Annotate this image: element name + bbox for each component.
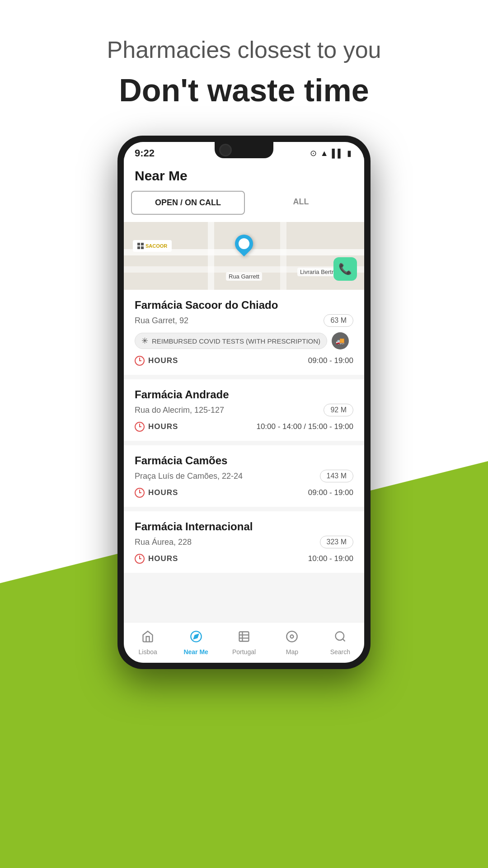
location-icon: ⊙ <box>310 148 317 158</box>
pharmacy-hours-label-0: HOURS <box>135 356 178 366</box>
nav-item-lisboa[interactable]: Lisboa <box>124 630 172 656</box>
filter-tab-open[interactable]: OPEN / ON CALL <box>131 191 245 215</box>
clock-icon-0 <box>135 356 145 366</box>
svg-rect-2 <box>239 632 249 641</box>
bottom-navigation: Lisboa Near Me <box>124 622 364 663</box>
pharmacy-hours-row-2: HOURS 09:00 - 19:00 <box>135 488 353 498</box>
phone-camera <box>219 144 232 156</box>
map-location-pin <box>235 235 253 253</box>
promo-text-area: Pharmacies closest to you Don't waste ti… <box>0 0 488 136</box>
phone-frame: 9:22 ⊙ ▲ ▌▌ ▮ Near Me OPEN / ON CALL ALL <box>117 136 371 669</box>
promo-title: Don't waste time <box>0 72 488 108</box>
pharmacy-badge-row-0: ✳ REIMBURSED COVID TESTS (WITH PRESCRIPT… <box>135 332 353 349</box>
svg-line-9 <box>343 639 345 641</box>
pharmacy-hours-label-2: HOURS <box>135 488 178 498</box>
pharmacy-name-2: Farmácia Camões <box>135 454 353 467</box>
app-header-title: Near Me <box>135 168 353 184</box>
map-background: SACOOR Rua Garrett Livraria Bertrand 📞 <box>124 222 364 290</box>
pharmacy-hours-row-0: HOURS 09:00 - 19:00 <box>135 356 353 366</box>
filter-tab-all[interactable]: ALL <box>245 191 357 215</box>
clock-icon-1 <box>135 422 145 432</box>
filter-tabs: OPEN / ON CALL ALL <box>124 191 364 222</box>
nav-item-portugal[interactable]: Portugal <box>220 630 268 656</box>
pharmacy-address-0: Rua Garret, 92 <box>135 316 188 326</box>
pharmacy-hours-row-3: HOURS 10:00 - 19:00 <box>135 554 353 564</box>
pharmacy-card-1[interactable]: Farmácia Andrade Rua do Alecrim, 125-127… <box>124 379 364 441</box>
map-street-label: Rua Garrett <box>226 272 262 281</box>
app-header: Near Me <box>124 165 364 191</box>
battery-icon: ▮ <box>347 148 352 158</box>
pharmacy-hours-label-3: HOURS <box>135 554 178 564</box>
pharmacy-card-3[interactable]: Farmácia Internacional Rua Áurea, 228 32… <box>124 511 364 573</box>
status-time: 9:22 <box>135 147 155 159</box>
nav-label-map: Map <box>286 648 298 656</box>
phone-screen: 9:22 ⊙ ▲ ▌▌ ▮ Near Me OPEN / ON CALL ALL <box>124 142 364 663</box>
virus-icon: ✳ <box>141 336 148 346</box>
clock-icon-3 <box>135 554 145 564</box>
nav-item-search[interactable]: Search <box>316 630 364 656</box>
pharmacy-distance-1: 92 M <box>324 404 353 416</box>
pharmacy-list: Farmácia Sacoor do Chiado Rua Garret, 92… <box>124 290 364 622</box>
pharmacy-hours-time-0: 09:00 - 19:00 <box>308 356 353 365</box>
svg-point-8 <box>335 632 344 640</box>
nav-item-near-me[interactable]: Near Me <box>172 630 220 656</box>
pharmacy-badge-text-0: REIMBURSED COVID TESTS (WITH PRESCRIPTIO… <box>152 337 320 345</box>
nav-label-lisboa: Lisboa <box>139 648 157 656</box>
pharmacy-card-2[interactable]: Farmácia Camões Praça Luís de Camões, 22… <box>124 445 364 507</box>
promo-subtitle: Pharmacies closest to you <box>0 36 488 63</box>
home-icon <box>141 630 154 646</box>
nav-item-map[interactable]: Map <box>268 630 316 656</box>
pharmacy-address-2: Praça Luís de Camões, 22-24 <box>135 472 243 481</box>
pharmacy-hours-time-1: 10:00 - 14:00 / 15:00 - 19:00 <box>256 422 353 431</box>
pharmacy-hours-row-1: HOURS 10:00 - 14:00 / 15:00 - 19:00 <box>135 422 353 432</box>
pharmacy-address-row-2: Praça Luís de Camões, 22-24 143 M <box>135 470 353 482</box>
pharmacy-address-row-1: Rua do Alecrim, 125-127 92 M <box>135 404 353 416</box>
map-pharmacy-logo: SACOOR <box>133 240 172 252</box>
map-phone-button[interactable]: 📞 <box>333 257 357 281</box>
pharmacy-hours-label-1: HOURS <box>135 422 178 432</box>
svg-point-7 <box>291 635 294 638</box>
pharmacy-hours-time-2: 09:00 - 19:00 <box>308 488 353 497</box>
pharmacy-badge-0: ✳ REIMBURSED COVID TESTS (WITH PRESCRIPT… <box>135 333 327 349</box>
pharmacy-name-1: Farmácia Andrade <box>135 388 353 401</box>
signal-icon: ▌▌ <box>332 149 343 158</box>
pharmacy-distance-3: 323 M <box>320 536 353 548</box>
nav-label-portugal: Portugal <box>232 648 256 656</box>
pharmacy-hours-time-3: 10:00 - 19:00 <box>308 554 353 563</box>
pharmacy-address-1: Rua do Alecrim, 125-127 <box>135 406 224 415</box>
svg-point-6 <box>287 631 297 642</box>
pharmacy-address-row-0: Rua Garret, 92 63 M <box>135 314 353 327</box>
search-icon <box>334 630 347 646</box>
map-area[interactable]: SACOOR Rua Garrett Livraria Bertrand 📞 <box>124 222 364 290</box>
pharmacy-distance-0: 63 M <box>324 314 353 327</box>
clock-icon-2 <box>135 488 145 498</box>
pharmacy-card-0[interactable]: Farmácia Sacoor do Chiado Rua Garret, 92… <box>124 290 364 375</box>
svg-marker-1 <box>194 634 198 639</box>
nav-label-search: Search <box>330 648 350 656</box>
pharmacy-name-0: Farmácia Sacoor do Chiado <box>135 299 353 311</box>
delivery-icon-0: 🚚 <box>332 332 349 349</box>
portugal-icon <box>238 630 250 646</box>
map-icon <box>286 630 298 646</box>
wifi-icon: ▲ <box>320 149 328 158</box>
status-icons: ⊙ ▲ ▌▌ ▮ <box>310 148 352 158</box>
pharmacy-address-3: Rua Áurea, 228 <box>135 538 192 547</box>
pharmacy-distance-2: 143 M <box>320 470 353 482</box>
pharmacy-name-3: Farmácia Internacional <box>135 520 353 533</box>
compass-icon <box>190 630 202 646</box>
nav-label-near-me: Near Me <box>183 648 208 656</box>
phone-wrapper: 9:22 ⊙ ▲ ▌▌ ▮ Near Me OPEN / ON CALL ALL <box>0 136 488 669</box>
pharmacy-address-row-3: Rua Áurea, 228 323 M <box>135 536 353 548</box>
